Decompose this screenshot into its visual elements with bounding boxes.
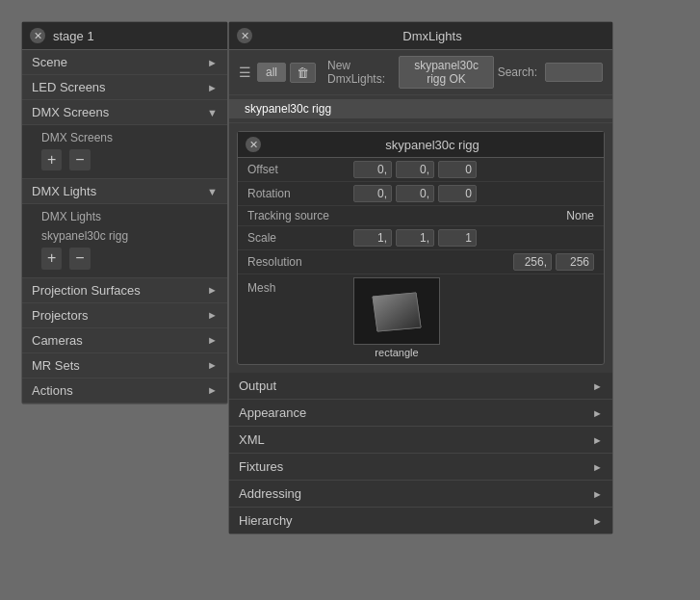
tracking-row: Tracking source None	[238, 206, 604, 226]
section-hierarchy-label: Hierarchy	[239, 513, 293, 528]
search-input[interactable]	[545, 63, 603, 82]
dmx-panel-header: ✕ DmxLights	[229, 22, 612, 50]
menu-label-actions: Actions	[32, 383, 73, 398]
submenu-controls-dmx-screens: + −	[22, 147, 227, 175]
search-label: Search:	[498, 65, 537, 79]
menu-item-dmx-lights[interactable]: DMX Lights ▼	[22, 179, 227, 204]
offset-z[interactable]	[438, 161, 477, 178]
section-xml[interactable]: XML ►	[229, 427, 612, 454]
submenu-item-dmx-screens[interactable]: DMX Screens	[22, 128, 227, 147]
tracking-label: Tracking source	[247, 209, 353, 222]
arrow-actions: ►	[207, 384, 218, 396]
left-panel-close[interactable]: ✕	[30, 28, 45, 43]
menu-item-actions[interactable]: Actions ►	[22, 378, 227, 404]
left-panel-title: stage 1	[53, 29, 94, 43]
svg-marker-2	[373, 293, 421, 331]
all-btn[interactable]: all	[257, 63, 286, 82]
dmx-lights-panel: ✕ DmxLights ☰ all 🗑 New DmxLights: skypa…	[228, 21, 613, 535]
submenu-controls-dmx-lights: + −	[22, 246, 227, 274]
section-addressing-arrow: ►	[592, 488, 603, 500]
menu-label-cameras: Cameras	[32, 333, 83, 348]
menu-item-cameras[interactable]: Cameras ►	[22, 328, 227, 353]
resolution-h[interactable]	[556, 253, 594, 271]
submenu-dmx-screens: DMX Screens + −	[22, 125, 227, 179]
rotation-y[interactable]	[396, 185, 434, 202]
rotation-label: Rotation	[247, 187, 353, 200]
offset-label: Offset	[247, 163, 353, 176]
menu-label-projection-surfaces: Projection Surfaces	[32, 283, 141, 298]
dmx-toolbar: ☰ all 🗑 New DmxLights: skypanel30c rigg …	[229, 50, 612, 95]
menu-label-scene: Scene	[32, 55, 67, 69]
section-addressing-label: Addressing	[239, 486, 301, 501]
scale-x[interactable]	[353, 229, 392, 247]
arrow-mr-sets: ►	[207, 359, 218, 371]
menu-item-scene[interactable]: Scene ►	[22, 50, 227, 75]
menu-item-projectors[interactable]: Projectors ►	[22, 303, 227, 328]
arrow-scene: ►	[207, 57, 218, 68]
sky-panel-close[interactable]: ✕	[246, 137, 261, 152]
sky-panel-title: skypanel30c rigg	[269, 138, 596, 152]
mesh-row: Mesh	[238, 274, 604, 364]
new-value-btn[interactable]: skypanel30c rigg OK	[399, 56, 493, 89]
scale-y[interactable]	[396, 229, 434, 247]
dmx-list: skypanel30c rigg	[229, 95, 612, 123]
resolution-w[interactable]	[513, 253, 552, 271]
offset-row: Offset	[238, 158, 604, 182]
resolution-label: Resolution	[247, 255, 353, 269]
submenu-item-dmx-lights[interactable]: DMX Lights	[22, 207, 227, 226]
new-label: New DmxLights:	[327, 59, 391, 86]
add-dmx-lights-btn[interactable]: +	[41, 248, 62, 269]
scale-z[interactable]	[438, 229, 477, 247]
remove-dmx-lights-btn[interactable]: −	[69, 248, 90, 269]
sky-panel-header: ✕ skypanel30c rigg	[238, 132, 604, 158]
offset-y[interactable]	[396, 161, 434, 178]
menu-item-mr-sets[interactable]: MR Sets ►	[22, 353, 227, 378]
section-xml-label: XML	[239, 432, 265, 447]
resolution-row: Resolution	[238, 250, 604, 274]
section-output-label: Output	[239, 378, 276, 393]
arrow-projectors: ►	[207, 309, 218, 321]
section-fixtures-label: Fixtures	[239, 459, 283, 474]
resolution-values	[513, 253, 594, 271]
arrow-cameras: ►	[207, 334, 218, 346]
section-xml-arrow: ►	[592, 434, 603, 446]
scale-row: Scale	[238, 226, 604, 250]
remove-dmx-screens-btn[interactable]: −	[69, 149, 90, 170]
menu-label-projectors: Projectors	[32, 308, 89, 323]
dmx-panel-close[interactable]: ✕	[237, 28, 252, 43]
section-hierarchy[interactable]: Hierarchy ►	[229, 508, 612, 534]
section-appearance-arrow: ►	[592, 407, 603, 419]
section-addressing[interactable]: Addressing ►	[229, 481, 612, 508]
submenu-item-skypanel[interactable]: skypanel30c rigg	[22, 226, 227, 246]
rotation-x[interactable]	[353, 185, 392, 202]
list-icon: ☰	[239, 65, 251, 80]
section-output-arrow: ►	[592, 380, 603, 392]
dmx-list-item-skypanel[interactable]: skypanel30c rigg	[229, 99, 612, 118]
menu-item-dmx-screens[interactable]: DMX Screens ▼	[22, 100, 227, 125]
mesh-container: rectangle	[353, 277, 440, 358]
scale-values	[353, 229, 477, 247]
mesh-label: Mesh	[247, 277, 353, 295]
menu-label-dmx-lights: DMX Lights	[32, 184, 96, 198]
section-hierarchy-arrow: ►	[592, 515, 603, 527]
arrow-projection-surfaces: ►	[207, 284, 218, 296]
section-appearance-label: Appearance	[239, 405, 306, 420]
sky-panel-detail: ✕ skypanel30c rigg Offset Rotation Track…	[237, 131, 605, 365]
menu-item-led-screens[interactable]: LED Screens ►	[22, 75, 227, 100]
menu-item-projection-surfaces[interactable]: Projection Surfaces ►	[22, 278, 227, 303]
section-fixtures-arrow: ►	[592, 461, 603, 473]
menu-label-mr-sets: MR Sets	[32, 358, 80, 373]
menu-label-led-screens: LED Screens	[32, 80, 106, 94]
arrow-dmx-screens: ▼	[207, 107, 218, 118]
rotation-z[interactable]	[438, 185, 477, 202]
section-output[interactable]: Output ►	[229, 373, 612, 400]
section-fixtures[interactable]: Fixtures ►	[229, 454, 612, 481]
mesh-preview[interactable]	[353, 277, 440, 345]
arrow-dmx-lights: ▼	[207, 186, 218, 197]
offset-values	[353, 161, 477, 178]
delete-btn[interactable]: 🗑	[290, 63, 316, 83]
arrow-led-screens: ►	[207, 82, 218, 93]
offset-x[interactable]	[353, 161, 392, 178]
add-dmx-screens-btn[interactable]: +	[41, 149, 62, 170]
section-appearance[interactable]: Appearance ►	[229, 400, 612, 427]
